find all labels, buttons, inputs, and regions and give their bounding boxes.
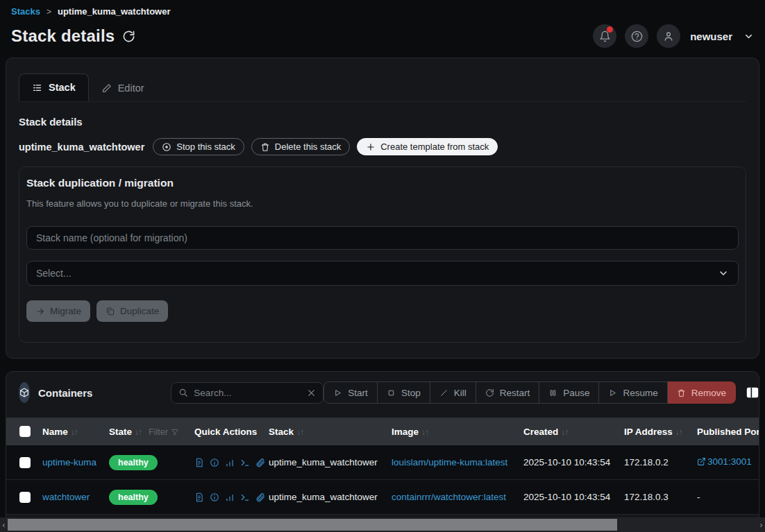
stats-icon[interactable] — [225, 492, 235, 502]
refresh-icon[interactable] — [122, 30, 135, 43]
duplication-title: Stack duplication / migration — [26, 177, 739, 189]
duplicate-button[interactable]: Duplicate — [96, 300, 168, 322]
horizontal-scrollbar: ‹ › — [0, 517, 765, 532]
slash-icon — [439, 388, 448, 397]
logs-icon[interactable] — [194, 458, 204, 467]
container-name-link[interactable]: uptime-kuma — [42, 457, 96, 467]
column-header-ip[interactable]: IP Address↓↑ — [624, 427, 697, 437]
restart-button[interactable]: Restart — [476, 381, 540, 404]
arrow-right-icon — [35, 307, 45, 316]
start-button[interactable]: Start — [323, 381, 378, 404]
chevron-down-icon[interactable] — [743, 31, 754, 42]
user-avatar[interactable] — [657, 24, 680, 48]
column-header-image[interactable]: Image↓↑ — [392, 427, 523, 437]
image-link[interactable]: containrrr/watchtower:latest — [392, 492, 506, 502]
help-button[interactable] — [625, 24, 648, 48]
breadcrumb-stacks-link[interactable]: Stacks — [11, 6, 40, 17]
column-header-created[interactable]: Created↓↑ — [523, 427, 624, 437]
list-icon — [32, 83, 42, 93]
column-header-quick-actions: Quick Actions — [194, 427, 269, 437]
copy-icon — [106, 307, 115, 316]
inspect-info-icon[interactable] — [210, 458, 219, 467]
sort-icon[interactable]: ↓↑ — [421, 427, 428, 437]
stack-cell: uptime_kuma_watchtower — [269, 492, 392, 502]
stats-icon[interactable] — [225, 458, 235, 467]
stack-name-row: uptime_kuma_watchtower Stop this stack D… — [19, 138, 746, 155]
stop-button[interactable]: Stop — [378, 381, 430, 404]
container-name-link[interactable]: watchtower — [42, 492, 90, 502]
logs-icon[interactable] — [194, 492, 204, 502]
user-area: newuser — [593, 24, 754, 48]
inspect-info-icon[interactable] — [210, 492, 219, 502]
published-port-link[interactable]: 3001:3001 — [697, 456, 752, 467]
column-header-state[interactable]: State↓↑Filter — [109, 427, 194, 437]
remove-button[interactable]: Remove — [668, 381, 736, 404]
column-header-stack[interactable]: Stack↓↑ — [269, 427, 392, 437]
trash-icon — [677, 388, 686, 397]
clear-search-icon[interactable] — [307, 388, 316, 397]
attach-icon[interactable] — [255, 458, 265, 467]
status-badge: healthy — [109, 455, 158, 470]
scrollbar-track[interactable] — [8, 517, 757, 532]
containers-table: Name↓↑ State↓↑Filter Quick Actions Stack… — [6, 418, 759, 515]
sort-icon[interactable]: ↓↑ — [561, 427, 568, 437]
page-title: Stack details — [11, 26, 135, 46]
resume-button[interactable]: Resume — [599, 381, 667, 404]
restart-icon — [485, 388, 494, 397]
sort-icon[interactable]: ↓↑ — [296, 427, 303, 437]
stack-name-input[interactable] — [26, 226, 739, 250]
row-checkbox[interactable] — [19, 492, 31, 503]
stop-stack-button[interactable]: Stop this stack — [153, 138, 244, 155]
create-template-label: Create template from stack — [380, 141, 489, 152]
search-icon — [178, 388, 188, 397]
sort-icon[interactable]: ↓↑ — [675, 427, 682, 437]
select-placeholder: Select... — [36, 268, 72, 279]
sort-icon[interactable]: ↓↑ — [135, 427, 142, 437]
stop-stack-label: Stop this stack — [176, 141, 235, 152]
console-icon[interactable] — [240, 458, 250, 467]
table-row: uptime-kuma healthy uptime_kuma_watchtow… — [6, 445, 759, 480]
filter-label[interactable]: Filter — [149, 427, 168, 437]
tab-stack[interactable]: Stack — [19, 74, 89, 101]
scroll-right-arrow[interactable]: › — [757, 517, 765, 532]
create-template-button[interactable]: Create template from stack — [357, 138, 498, 155]
pencil-icon — [101, 83, 112, 94]
search-input[interactable] — [194, 388, 301, 398]
migrate-button[interactable]: Migrate — [26, 300, 90, 322]
column-header-published-ports[interactable]: Published Ports — [697, 427, 759, 437]
breadcrumb-current: uptime_kuma_watchtower — [58, 6, 171, 17]
resume-icon — [608, 388, 617, 397]
breadcrumb-separator: > — [47, 7, 51, 17]
stack-cell: uptime_kuma_watchtower — [269, 457, 392, 467]
environment-select[interactable]: Select... — [26, 261, 739, 286]
duplicate-label: Duplicate — [120, 306, 159, 316]
kill-button[interactable]: Kill — [430, 381, 476, 404]
stack-name: uptime_kuma_watchtower — [19, 141, 144, 153]
tab-editor[interactable]: Editor — [89, 75, 157, 101]
cube-icon — [19, 382, 30, 403]
quick-actions — [194, 458, 269, 467]
image-link[interactable]: louislam/uptime-kuma:latest — [392, 457, 507, 467]
created-cell: 2025-10-10 10:43:54 — [523, 457, 624, 467]
scroll-left-arrow[interactable]: ‹ — [0, 517, 8, 532]
containers-title: Containers — [38, 387, 92, 399]
console-icon[interactable] — [240, 492, 250, 502]
duplication-section: Stack duplication / migration This featu… — [19, 166, 746, 343]
select-all-checkbox[interactable] — [19, 426, 31, 437]
username: newuser — [690, 31, 732, 42]
notifications-button[interactable] — [593, 24, 616, 48]
trash-icon — [260, 142, 270, 152]
columns-icon[interactable] — [746, 386, 759, 399]
filter-funnel-icon[interactable] — [171, 428, 179, 436]
tab-editor-label: Editor — [118, 83, 144, 94]
stack-details-panel: Stack Editor Stack details uptime_kuma_w… — [6, 58, 759, 359]
column-header-name[interactable]: Name↓↑ — [42, 427, 109, 437]
containers-header: Containers Start Stop Kill — [6, 372, 759, 412]
row-checkbox[interactable] — [19, 457, 31, 468]
pause-button[interactable]: Pause — [539, 381, 599, 404]
attach-icon[interactable] — [255, 492, 265, 502]
scrollbar-thumb[interactable] — [8, 519, 617, 531]
sort-icon[interactable]: ↓↑ — [71, 427, 78, 437]
delete-stack-button[interactable]: Delete this stack — [251, 138, 350, 155]
top-bar: Stacks > uptime_kuma_watchtower Stack de… — [0, 0, 765, 48]
